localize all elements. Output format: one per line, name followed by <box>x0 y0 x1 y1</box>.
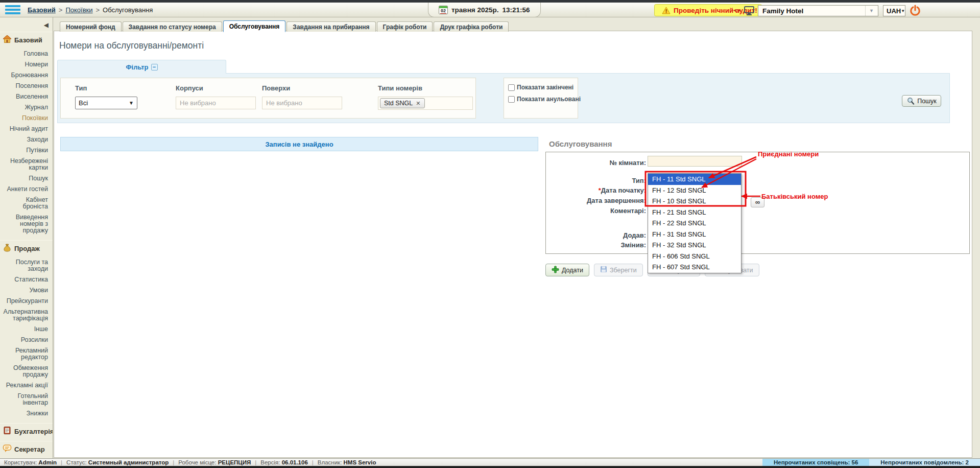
menu-icon[interactable] <box>5 5 20 14</box>
secretary-icon <box>3 444 12 454</box>
save-button[interactable]: Зберегти <box>594 264 643 276</box>
filter-checkboxes-box: Показати закінченіПоказати анульовані <box>504 78 578 119</box>
tab-item[interactable]: Завдання по статусу номера <box>123 21 222 32</box>
sync-arrows-icon[interactable]: ◄► <box>732 8 743 13</box>
breadcrumb: Базовий>Покоївки>Обслуговування <box>28 6 153 14</box>
dropdown-option[interactable]: FH - 32 Std SNGL <box>648 240 741 251</box>
room-types-input[interactable]: Std SNGL ✕ <box>378 97 473 110</box>
date-end-label: Дата завершення: <box>545 197 646 204</box>
filter-checkbox[interactable]: Показати закінчені <box>508 84 575 91</box>
tab-item[interactable]: Номерний фонд <box>60 21 122 32</box>
sidebar-item[interactable]: Рекламний редактор <box>0 345 53 363</box>
chevron-down-icon: ▼ <box>901 9 905 13</box>
sidebar-item[interactable]: Обмеження продажу <box>0 363 53 380</box>
breadcrumb-item: Обслуговування <box>103 6 153 14</box>
sidebar-item[interactable]: Статистика <box>0 274 53 285</box>
breadcrumb-item[interactable]: Покоївки <box>65 6 92 14</box>
sidebar-item[interactable]: Пошук <box>0 173 53 184</box>
sidebar-item[interactable]: Нічний аудит <box>0 124 53 134</box>
sidebar-item[interactable]: Головна <box>0 49 53 59</box>
sidebar-item[interactable]: Покоївки <box>0 113 53 124</box>
chevron-down-icon: ▼ <box>865 6 874 16</box>
dropdown-option[interactable]: FH - 11 Std SNGL <box>648 174 741 185</box>
sidebar-section-sales[interactable]: Продаж <box>0 240 53 256</box>
power-icon[interactable] <box>909 5 921 18</box>
status-entry: Версія: 06.01.106 <box>260 459 308 465</box>
sidebar-section-accounting[interactable]: Бухгалтерія <box>0 423 53 439</box>
sidebar-item[interactable]: Рекламні акції <box>0 380 53 391</box>
collapse-minus-icon[interactable]: − <box>151 64 158 71</box>
service-section-title: Обслуговування <box>549 139 612 148</box>
floors-input[interactable] <box>262 97 342 109</box>
sidebar-item[interactable]: Путівки <box>0 145 53 156</box>
sidebar-item[interactable]: Інше <box>0 324 53 335</box>
sidebar-collapse-icon[interactable]: ◀ <box>0 17 53 30</box>
tab-item[interactable]: Графік роботи <box>377 21 433 32</box>
window-bottom-strip <box>0 466 980 468</box>
filter-field-floors: Поверхи <box>262 84 342 109</box>
infinity-date-button[interactable]: ∞ <box>751 197 764 207</box>
add-button[interactable]: Додати <box>545 264 589 276</box>
room-type-chip: Std SNGL ✕ <box>380 98 425 108</box>
sidebar: ◀ БазовийГоловнаНомериБронюванняПоселенн… <box>0 17 53 458</box>
type-label: Тип <box>75 84 137 92</box>
room-number-label: № кімнати: <box>545 159 646 167</box>
room-type-dropdown: FH - 11 Std SNGLFH - 12 Std SNGLFH - 10 … <box>648 173 742 273</box>
chevron-down-icon: ▼ <box>129 100 134 106</box>
type-select[interactable]: Всі ▼ <box>75 97 137 109</box>
sidebar-item[interactable]: Альтернативна тарифікація <box>0 307 53 324</box>
sidebar-item[interactable]: Прейскуранти <box>0 296 53 307</box>
sidebar-section-title: Секретар <box>14 446 45 453</box>
dropdown-option[interactable]: FH - 21 Std SNGL <box>648 207 741 218</box>
sidebar-item[interactable]: Заходи <box>0 134 53 145</box>
sidebar-item[interactable]: Готельний інвентар <box>0 391 53 408</box>
dropdown-option[interactable]: FH - 606 Std SNGL <box>648 251 741 262</box>
checkbox-label: Показати анульовані <box>517 96 581 103</box>
checkbox-icon[interactable] <box>508 84 515 91</box>
tab-item[interactable]: Завдання на прибирання <box>286 21 375 32</box>
button-label: Додати <box>562 267 583 274</box>
sidebar-item[interactable]: Виселення <box>0 91 53 102</box>
sidebar-section-secretary[interactable]: Секретар <box>0 441 53 457</box>
sidebar-item[interactable]: Знижки <box>0 408 53 419</box>
sidebar-item[interactable]: Анкети гостей <box>0 184 53 195</box>
search-button[interactable]: Пошук <box>902 95 941 107</box>
monitor-icon[interactable] <box>744 6 755 17</box>
sidebar-item[interactable]: Розсилки <box>0 335 53 345</box>
sidebar-item[interactable]: Умови <box>0 285 53 296</box>
filter-tab[interactable]: Фільтр − <box>57 60 226 74</box>
date-time-display[interactable]: 02 травня 2025р. 13:21:56 <box>428 3 541 17</box>
sidebar-item[interactable]: Послуги та заходи <box>0 257 53 274</box>
breadcrumb-item[interactable]: Базовий <box>28 6 56 14</box>
sidebar-item[interactable]: Незбережені картки <box>0 156 53 173</box>
sidebar-item[interactable]: Кабінет броніста <box>0 195 53 212</box>
checkbox-icon[interactable] <box>508 96 515 103</box>
dropdown-option[interactable]: FH - 22 Std SNGL <box>648 218 741 229</box>
room-types-label: Типи номерів <box>378 84 473 92</box>
tab-item[interactable]: Друк графіка роботи <box>434 21 509 32</box>
home-icon <box>3 35 12 45</box>
dropdown-option[interactable]: FH - 31 Std SNGL <box>648 229 741 240</box>
sidebar-item[interactable]: Журнал <box>0 102 53 113</box>
sidebar-item[interactable]: Бронювання <box>0 70 53 81</box>
plus-icon <box>552 266 559 275</box>
dropdown-option[interactable]: FH - 12 Std SNGL <box>648 185 741 196</box>
sidebar-item[interactable]: Номери <box>0 59 53 70</box>
dropdown-option[interactable]: FH - 607 Std SNGL <box>648 262 741 273</box>
filter-field-room-types: Типи номерів Std SNGL ✕ <box>378 84 473 110</box>
sidebar-item[interactable]: Виведення номерів з продажу <box>0 212 53 236</box>
unread-notifications-badge[interactable]: Непрочитаних сповіщень: 56 <box>762 459 869 466</box>
tab-bar: Номерний фондЗавдання по статусу номераО… <box>60 20 509 32</box>
hotel-select[interactable]: Family Hotel ▼ <box>758 5 878 16</box>
sidebar-item[interactable]: Поселення <box>0 81 53 91</box>
dropdown-option[interactable]: FH - 10 Std SNGL <box>648 196 741 207</box>
unread-messages-badge[interactable]: Непрочитаних повідомлень: 2 <box>869 459 980 466</box>
room-number-input[interactable] <box>648 156 742 167</box>
filter-checkbox[interactable]: Показати анульовані <box>508 96 575 103</box>
buildings-input[interactable] <box>176 97 256 109</box>
chip-remove-icon[interactable]: ✕ <box>416 100 420 107</box>
sidebar-section-home[interactable]: Базовий <box>0 32 53 48</box>
warning-icon <box>662 7 671 14</box>
tab-active[interactable]: Обслуговування <box>223 20 286 32</box>
currency-select[interactable]: UAH ▼ <box>883 5 905 16</box>
